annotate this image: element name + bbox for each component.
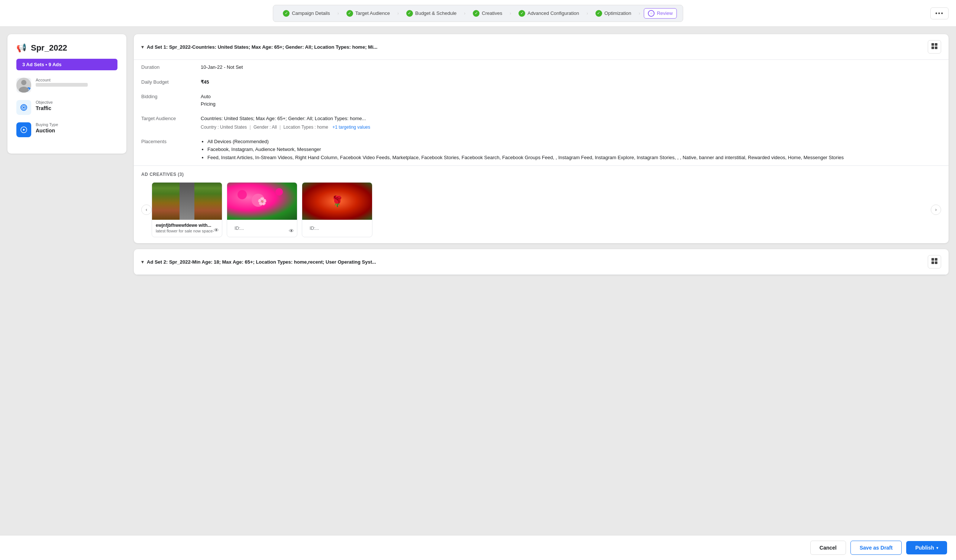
grid-layout-button-2[interactable] <box>928 255 941 269</box>
daily-budget-amount: ₹45 <box>201 79 209 85</box>
nav-divider-3: › <box>463 11 466 16</box>
more-options-button[interactable]: ••• <box>930 8 948 19</box>
nav-step-label-target: Target Audience <box>355 10 390 16</box>
creative-id-roses: ID:... <box>231 223 293 234</box>
sidebar-item-buying-type: Buying Type Auction <box>16 122 118 137</box>
nav-divider-4: › <box>509 11 512 16</box>
nav-divider-5: › <box>586 11 589 16</box>
megaphone-icon: 📢 <box>16 43 27 53</box>
buying-info: Buying Type Auction <box>36 122 58 134</box>
adset-title-1: Ad Set 1: Spr_2022-Countries: United Sta… <box>147 44 377 50</box>
review-icon: ○ <box>648 10 654 17</box>
save-as-draft-button[interactable]: Save as Draft <box>851 541 902 555</box>
creative-img-roses: 🌸 <box>227 182 297 220</box>
svg-rect-6 <box>935 43 937 46</box>
creative-info-orange: ID:... <box>302 220 372 237</box>
bidding-value: Auto Pricing <box>193 89 948 111</box>
sidebar-item-account: f Account <box>16 78 118 93</box>
bottom-bar: Cancel Save as Draft Publish ▾ <box>0 535 956 560</box>
duration-label: Duration <box>134 60 193 75</box>
eye-icon-forest[interactable]: 👁 <box>214 227 219 233</box>
placements-label: Placements <box>134 134 193 166</box>
target-audience-label: Target Audience <box>134 111 193 134</box>
svg-rect-7 <box>931 47 934 49</box>
adset-card-1: ▾ Ad Set 1: Spr_2022-Countries: United S… <box>134 34 948 243</box>
eye-icon-roses[interactable]: 👁 <box>289 228 294 234</box>
nav-steps-container: ✓ Campaign Details › ✓ Target Audience ›… <box>273 5 683 22</box>
nav-step-target-audience[interactable]: ✓ Target Audience <box>343 9 394 18</box>
placement-item-3: Feed, Instant Articles, In-Stream Videos… <box>208 154 941 161</box>
adset-header-left-2: ▾ Ad Set 2: Spr_2022-Min Age: 18; Max Ag… <box>141 259 376 265</box>
grid-layout-button-1[interactable] <box>928 40 941 53</box>
sidebar-title-row: 📢 Spr_2022 <box>16 43 118 53</box>
placement-item-1: All Devices (Recommended) <box>208 138 941 145</box>
ad-creatives-section-1: AD CREATIVES (3) ‹ ▶ ewjnfjbfhwe <box>134 165 948 243</box>
check-icon-target: ✓ <box>346 10 353 17</box>
publish-button[interactable]: Publish ▾ <box>906 541 947 554</box>
grid-icon-2 <box>931 258 938 264</box>
nav-step-campaign-details[interactable]: ✓ Campaign Details <box>279 9 334 18</box>
cancel-button[interactable]: Cancel <box>810 541 846 555</box>
creatives-carousel: ‹ ▶ ewjnfjbfhwewfdewe with... lates <box>141 182 941 237</box>
nav-step-optimization[interactable]: ✓ Optimization <box>592 9 635 18</box>
adset-details-table-1: Duration 10-Jan-22 - Not Set Daily Budge… <box>134 60 948 165</box>
placements-list: All Devices (Recommended) Facebook, Inst… <box>201 138 941 161</box>
check-icon-campaign: ✓ <box>283 10 289 17</box>
creative-id-orange: ID:... <box>306 223 368 234</box>
nav-step-budget[interactable]: ✓ Budget & Schedule <box>403 9 460 18</box>
main-content: ▾ Ad Set 1: Spr_2022-Countries: United S… <box>134 34 948 275</box>
nav-step-advanced[interactable]: ✓ Advanced Configuration <box>515 9 583 18</box>
carousel-next-button[interactable]: › <box>931 204 941 215</box>
target-audience-value: Countries: United States; Max Age: 65+; … <box>193 111 948 134</box>
publish-label: Publish <box>915 545 934 551</box>
svg-point-2 <box>23 107 25 109</box>
buying-svg-icon <box>20 126 28 134</box>
play-button-icon[interactable]: ▶ <box>181 196 193 207</box>
sidebar: 📢 Spr_2022 3 Ad Sets • 9 Ads f Account <box>8 34 126 154</box>
check-icon-creatives: ✓ <box>473 10 480 17</box>
buying-type-value: Auction <box>36 127 58 134</box>
bidding-label: Bidding <box>134 89 193 111</box>
creative-img-orange: 🌹 <box>302 182 372 220</box>
duration-row: Duration 10-Jan-22 - Not Set <box>134 60 948 75</box>
carousel-prev-button[interactable]: ‹ <box>141 204 152 215</box>
campaign-name: Spr_2022 <box>31 43 67 53</box>
rose-dot-3 <box>275 188 283 196</box>
avatar-image: f <box>16 78 31 93</box>
nav-step-label-review: Review <box>657 10 673 16</box>
objective-svg-icon <box>20 103 28 112</box>
adset-header-2[interactable]: ▾ Ad Set 2: Spr_2022-Min Age: 18; Max Ag… <box>134 249 948 275</box>
objective-label: Objective <box>36 100 53 104</box>
adset-header-1[interactable]: ▾ Ad Set 1: Spr_2022-Countries: United S… <box>134 34 948 60</box>
creative-title-forest: ewjnfjbfhwewfdewe with... <box>156 223 218 228</box>
nav-step-review[interactable]: ○ Review <box>644 8 677 19</box>
rose-dot-1 <box>237 190 247 199</box>
creative-card-forest: ▶ ewjnfjbfhwewfdewe with... latest flowe… <box>152 182 222 237</box>
target-audience-row: Target Audience Countries: United States… <box>134 111 948 134</box>
placements-value: All Devices (Recommended) Facebook, Inst… <box>193 134 948 166</box>
nav-step-label-creatives: Creatives <box>482 10 502 16</box>
duration-value: 10-Jan-22 - Not Set <box>193 60 948 75</box>
daily-budget-row: Daily Budget ₹45 <box>134 75 948 90</box>
nav-step-label-optimization: Optimization <box>604 10 631 16</box>
target-detail-location: Location Types : home <box>283 124 328 130</box>
bidding-auto: Auto <box>201 93 941 101</box>
account-avatar: f <box>16 78 31 93</box>
sidebar-item-objective: Objective Traffic <box>16 100 118 115</box>
adset-title-2: Ad Set 2: Spr_2022-Min Age: 18; Max Age:… <box>147 259 376 265</box>
creative-info-roses: ID:... 👁 <box>227 220 297 237</box>
svg-rect-10 <box>935 258 937 261</box>
targeting-values-link[interactable]: +1 targeting values <box>332 124 370 130</box>
target-detail-country: Country : United States <box>201 124 247 130</box>
nav-step-label-budget: Budget & Schedule <box>415 10 456 16</box>
ad-sets-badge[interactable]: 3 Ad Sets • 9 Ads <box>16 59 118 70</box>
adset-header-left-1: ▾ Ad Set 1: Spr_2022-Countries: United S… <box>141 44 377 50</box>
account-info: Account <box>36 78 88 87</box>
rose-emoji: 🌸 <box>258 197 267 206</box>
chevron-down-icon-1: ▾ <box>141 44 144 50</box>
objective-icon <box>16 100 31 115</box>
account-name-blurred <box>36 83 88 87</box>
bidding-pricing: Pricing <box>201 101 941 108</box>
daily-budget-value: ₹45 <box>193 75 948 90</box>
nav-step-creatives[interactable]: ✓ Creatives <box>469 9 506 18</box>
